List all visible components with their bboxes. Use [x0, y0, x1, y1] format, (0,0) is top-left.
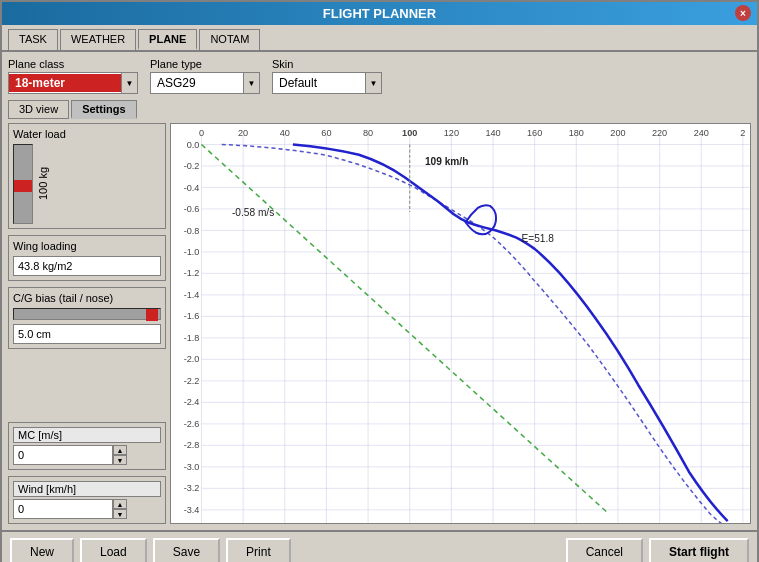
wind-box: Wind [km/h] ▲ ▼: [8, 476, 166, 524]
svg-text:20: 20: [238, 128, 248, 138]
start-flight-button[interactable]: Start flight: [649, 538, 749, 562]
bottom-bar: New Load Save Print Cancel Start flight: [2, 530, 757, 562]
svg-text:-2.2: -2.2: [184, 376, 200, 386]
water-load-slider-area: 100 kg: [13, 144, 161, 224]
new-button[interactable]: New: [10, 538, 74, 562]
title-bar: FLIGHT PLANNER ×: [2, 2, 757, 25]
cg-track[interactable]: [13, 308, 161, 320]
mc-spinner-buttons: ▲ ▼: [113, 445, 127, 465]
svg-text:-1.2: -1.2: [184, 268, 200, 278]
skin-group: Skin Default ▼: [272, 58, 382, 94]
svg-text:0: 0: [199, 128, 204, 138]
cancel-button[interactable]: Cancel: [566, 538, 643, 562]
mc-up-button[interactable]: ▲: [113, 445, 127, 455]
mc-wrap: ▲ ▼: [13, 445, 161, 465]
close-button[interactable]: ×: [735, 5, 751, 21]
wind-label: Wind [km/h]: [13, 481, 161, 497]
water-load-slider[interactable]: [13, 144, 33, 224]
tab-plane[interactable]: PLANE: [138, 29, 197, 50]
plane-type-value: ASG29: [151, 74, 243, 92]
print-button[interactable]: Print: [226, 538, 291, 562]
svg-text:200: 200: [610, 128, 625, 138]
svg-text:-3.0: -3.0: [184, 462, 200, 472]
cg-thumb[interactable]: [146, 309, 158, 321]
svg-text:140: 140: [485, 128, 500, 138]
cg-bias-box: C/G bias (tail / nose): [8, 287, 166, 349]
svg-text:2: 2: [740, 128, 745, 138]
left-buttons: New Load Save Print: [10, 538, 291, 562]
load-button[interactable]: Load: [80, 538, 147, 562]
plane-class-arrow[interactable]: ▼: [121, 73, 137, 93]
tab-task[interactable]: TASK: [8, 29, 58, 50]
water-load-box: Water load 100 kg: [8, 123, 166, 229]
svg-text:0.0: 0.0: [187, 140, 200, 150]
svg-text:109 km/h: 109 km/h: [425, 156, 468, 167]
save-button[interactable]: Save: [153, 538, 220, 562]
svg-text:-1.6: -1.6: [184, 311, 200, 321]
plane-class-select[interactable]: 18-meter ▼: [8, 72, 138, 94]
left-panel: Water load 100 kg Wing loading C/G bia: [8, 123, 166, 524]
sub-tabs: 3D view Settings: [8, 100, 751, 119]
svg-text:-2.0: -2.0: [184, 354, 200, 364]
cg-bias-input[interactable]: [13, 324, 161, 344]
skin-select[interactable]: Default ▼: [272, 72, 382, 94]
svg-rect-0: [171, 124, 750, 523]
wing-loading-input[interactable]: [13, 256, 161, 276]
svg-text:120: 120: [444, 128, 459, 138]
sub-tab-settings[interactable]: Settings: [71, 100, 136, 119]
svg-text:180: 180: [569, 128, 584, 138]
water-load-thumb[interactable]: [14, 180, 32, 192]
top-row: Plane class 18-meter ▼ Plane type ASG29 …: [8, 58, 751, 94]
main-area: Water load 100 kg Wing loading C/G bia: [8, 123, 751, 524]
svg-text:160: 160: [527, 128, 542, 138]
main-content: Plane class 18-meter ▼ Plane type ASG29 …: [2, 52, 757, 530]
window-title: FLIGHT PLANNER: [323, 6, 436, 21]
svg-text:100: 100: [402, 128, 417, 138]
chart-area: 0 20 40 60 80 100 120 140 160 180 200 22…: [170, 123, 751, 524]
svg-text:-3.4: -3.4: [184, 505, 200, 515]
svg-text:220: 220: [652, 128, 667, 138]
svg-text:80: 80: [363, 128, 373, 138]
main-tabs: TASK WEATHER PLANE NOTAM: [2, 25, 757, 52]
skin-label: Skin: [272, 58, 382, 70]
svg-text:-0.6: -0.6: [184, 204, 200, 214]
cg-bias-title: C/G bias (tail / nose): [13, 292, 161, 304]
mc-label: MC [m/s]: [13, 427, 161, 443]
wind-spinner-buttons: ▲ ▼: [113, 499, 127, 519]
svg-text:-2.6: -2.6: [184, 419, 200, 429]
svg-text:-1.4: -1.4: [184, 290, 200, 300]
tab-notam[interactable]: NOTAM: [199, 29, 260, 50]
svg-text:-0.58 m/s: -0.58 m/s: [232, 207, 274, 218]
wind-input[interactable]: [13, 499, 113, 519]
skin-value: Default: [273, 74, 365, 92]
svg-text:E=51.8: E=51.8: [521, 233, 554, 244]
plane-type-label: Plane type: [150, 58, 260, 70]
plane-class-group: Plane class 18-meter ▼: [8, 58, 138, 94]
svg-text:60: 60: [321, 128, 331, 138]
mc-box: MC [m/s] ▲ ▼: [8, 422, 166, 470]
svg-text:-1.8: -1.8: [184, 333, 200, 343]
plane-type-select[interactable]: ASG29 ▼: [150, 72, 260, 94]
mc-input[interactable]: [13, 445, 113, 465]
svg-text:-0.8: -0.8: [184, 225, 200, 235]
svg-text:-2.4: -2.4: [184, 397, 200, 407]
svg-text:240: 240: [694, 128, 709, 138]
skin-arrow[interactable]: ▼: [365, 73, 381, 93]
svg-text:-2.8: -2.8: [184, 440, 200, 450]
plane-type-arrow[interactable]: ▼: [243, 73, 259, 93]
right-buttons: Cancel Start flight: [566, 538, 749, 562]
wind-down-button[interactable]: ▼: [113, 509, 127, 519]
plane-class-label: Plane class: [8, 58, 138, 70]
svg-text:40: 40: [280, 128, 290, 138]
mc-down-button[interactable]: ▼: [113, 455, 127, 465]
main-window: FLIGHT PLANNER × TASK WEATHER PLANE NOTA…: [0, 0, 759, 562]
svg-text:-0.4: -0.4: [184, 182, 200, 192]
wind-up-button[interactable]: ▲: [113, 499, 127, 509]
tab-weather[interactable]: WEATHER: [60, 29, 136, 50]
wing-loading-title: Wing loading: [13, 240, 161, 252]
polar-chart: 0 20 40 60 80 100 120 140 160 180 200 22…: [171, 124, 750, 523]
svg-text:-0.2: -0.2: [184, 161, 200, 171]
plane-class-value: 18-meter: [9, 74, 121, 92]
plane-type-group: Plane type ASG29 ▼: [150, 58, 260, 94]
sub-tab-3dview[interactable]: 3D view: [8, 100, 69, 119]
